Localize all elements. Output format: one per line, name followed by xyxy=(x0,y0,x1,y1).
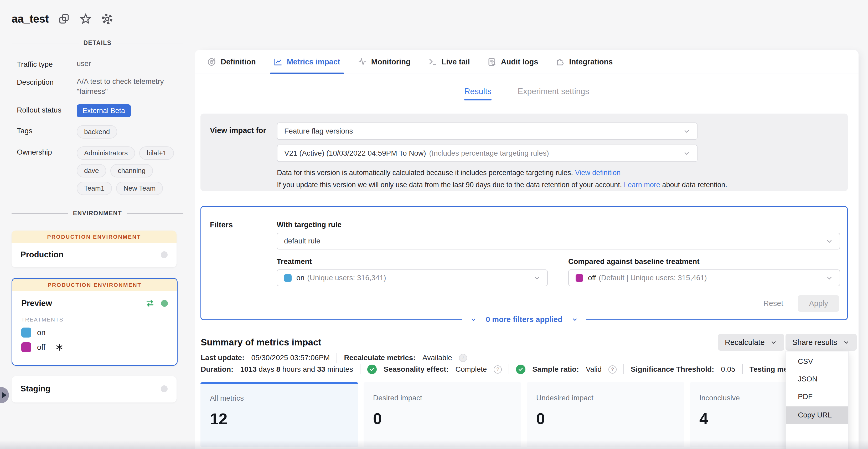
details-title: DETAILS xyxy=(83,39,112,47)
environment-card-staging[interactable]: Staging xyxy=(11,376,177,402)
tab-audit-logs[interactable]: Audit logs xyxy=(487,50,538,73)
tab-definition[interactable]: Definition xyxy=(207,50,256,73)
tab-bar: Definition Metrics impact Monitoring Liv… xyxy=(195,50,859,74)
owner-pill[interactable]: Team1 xyxy=(77,182,112,195)
targeting-rule-select[interactable]: default rule xyxy=(277,233,840,249)
card-undesired-impact[interactable]: Undesired impact 0 xyxy=(527,382,684,447)
environment-title: ENVIRONMENT xyxy=(73,210,122,217)
rollout-status-badge[interactable]: External Beta xyxy=(77,104,131,117)
chevron-down-icon xyxy=(683,127,691,135)
sidebar: DETAILS Traffic type user Description A/… xyxy=(0,39,195,413)
treatment-off-row: off xyxy=(21,342,168,352)
tab-monitoring[interactable]: Monitoring xyxy=(358,50,411,73)
treatment-on-row: on xyxy=(21,328,168,337)
treatments-label: TREATMENTS xyxy=(21,317,168,323)
owner-pill[interactable]: bilal+1 xyxy=(139,146,174,160)
baseline-treatment-select[interactable]: off (Default | Unique users: 315,461) xyxy=(568,269,840,286)
help-icon[interactable]: ? xyxy=(494,365,502,373)
tab-metrics-impact[interactable]: Metrics impact xyxy=(273,50,340,73)
menu-item-copy-url[interactable]: Copy URL xyxy=(786,407,848,424)
treatment-on-swatch xyxy=(21,328,31,337)
environment-card-production[interactable]: PRODUCTION ENVIRONMENT Production xyxy=(11,231,177,267)
view-impact-panel: View impact for Feature flag versions V2… xyxy=(200,114,848,191)
environment-card-preview[interactable]: PRODUCTION ENVIRONMENT Preview TREATMENT… xyxy=(11,278,178,366)
learn-more-link[interactable]: Learn more xyxy=(624,181,660,189)
terminal-icon xyxy=(428,57,437,66)
rollout-status-row: Rollout status External Beta xyxy=(17,104,180,117)
view-impact-label: View impact for xyxy=(210,126,266,135)
filters-label: Filters xyxy=(210,220,233,229)
settings-button[interactable] xyxy=(101,13,113,25)
owner-pill[interactable]: channing xyxy=(110,164,153,177)
treatment-off-swatch xyxy=(21,342,31,352)
environment-section-header: ENVIRONMENT xyxy=(11,210,183,217)
copy-icon xyxy=(58,13,70,25)
help-icon[interactable]: ? xyxy=(609,365,617,373)
chevron-down-icon xyxy=(826,237,833,245)
chevron-down-icon xyxy=(533,274,541,282)
chevron-down-icon xyxy=(826,274,833,282)
treatment-on-swatch xyxy=(284,274,291,282)
environment-status-dot xyxy=(161,385,167,392)
production-environment-banner: PRODUCTION ENVIRONMENT xyxy=(12,279,177,291)
swap-arrows-icon xyxy=(145,298,155,309)
tag-pill[interactable]: backend xyxy=(77,125,117,139)
tab-live-tail[interactable]: Live tail xyxy=(428,50,470,73)
owner-pill[interactable]: New Team xyxy=(116,182,163,195)
environment-name: Staging xyxy=(21,384,161,393)
default-treatment-asterisk-icon xyxy=(55,343,64,352)
target-icon xyxy=(207,57,216,66)
recalculate-button[interactable]: Recalculate xyxy=(718,334,784,351)
tab-integrations[interactable]: Integrations xyxy=(555,50,613,73)
page-header: aa_test xyxy=(11,12,113,25)
version-select[interactable]: V21 (Active) (10/03/2022 04:59PM To Now)… xyxy=(277,145,698,162)
info-icon[interactable]: i xyxy=(459,354,467,362)
production-environment-banner: PRODUCTION ENVIRONMENT xyxy=(11,231,177,243)
copy-name-button[interactable] xyxy=(58,13,70,25)
status-line-1: Last update: 05/30/2025 03:57:06PM Recal… xyxy=(201,353,467,363)
impact-source-select[interactable]: Feature flag versions xyxy=(277,122,698,140)
targeting-rule-label: With targeting rule xyxy=(277,220,342,229)
favorite-button[interactable] xyxy=(80,13,92,25)
chevron-right-icon xyxy=(2,392,6,398)
status-line-2: Duration: 1013 days 8 hours and 33 minut… xyxy=(201,364,848,375)
menu-item-csv[interactable]: CSV xyxy=(786,353,848,370)
menu-item-pdf[interactable]: PDF xyxy=(786,388,848,406)
page-title: aa_test xyxy=(11,12,49,25)
environment-name: Production xyxy=(21,250,161,260)
owner-pill[interactable]: Administrators xyxy=(77,146,135,160)
treatment-off-swatch xyxy=(576,274,583,282)
chevron-down-icon xyxy=(683,149,691,157)
puzzle-icon xyxy=(555,57,565,66)
document-search-icon xyxy=(487,57,497,66)
traffic-type-row: Traffic type user xyxy=(17,59,180,69)
chevron-down-icon xyxy=(571,316,578,323)
subtab-experiment-settings[interactable]: Experiment settings xyxy=(518,87,589,100)
pulse-icon xyxy=(358,57,367,66)
card-all-metrics[interactable]: All metrics 12 xyxy=(200,382,358,447)
more-filters-toggle[interactable]: 0 more filters applied xyxy=(462,313,586,325)
line-chart-icon xyxy=(273,57,283,66)
treatment-label: Treatment xyxy=(277,257,312,266)
card-desired-impact[interactable]: Desired impact 0 xyxy=(364,382,521,447)
version-help-text: Data for this version is automatically c… xyxy=(277,167,727,191)
ownership-row: Ownership Administrators bilal+1 dave ch… xyxy=(17,146,180,195)
check-icon xyxy=(516,365,525,374)
tags-row: Tags backend xyxy=(17,125,180,139)
details-section-header: DETAILS xyxy=(11,39,183,47)
owner-pill[interactable]: dave xyxy=(77,164,106,177)
reset-button[interactable]: Reset xyxy=(764,299,783,308)
apply-button[interactable]: Apply xyxy=(798,295,839,312)
menu-item-json[interactable]: JSON xyxy=(786,370,848,388)
chevron-down-icon xyxy=(470,316,477,323)
environment-status-dot-active xyxy=(161,300,168,307)
view-definition-link[interactable]: View definition xyxy=(575,169,621,177)
filters-panel: Filters With targeting rule default rule… xyxy=(200,206,848,320)
summary-title: Summary of metrics impact xyxy=(201,337,321,348)
treatment-select[interactable]: on (Unique users: 316,341) xyxy=(277,269,548,286)
metric-cards: All metrics 12 Desired impact 0 Undesire… xyxy=(200,382,847,447)
sub-tabs: Results Experiment settings xyxy=(195,87,859,100)
subtab-results[interactable]: Results xyxy=(464,87,491,100)
chevron-down-icon xyxy=(770,338,777,346)
share-results-button[interactable]: Share results xyxy=(785,334,857,351)
